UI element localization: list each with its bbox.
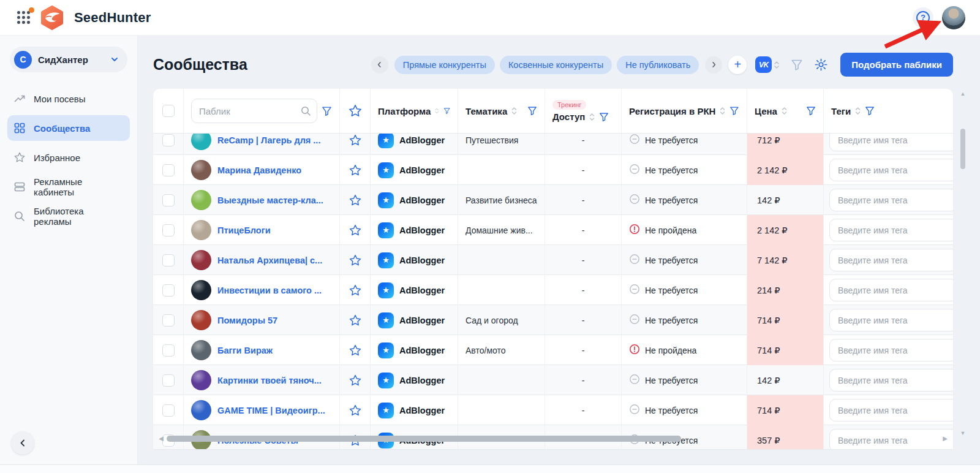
sort-icon[interactable] xyxy=(435,106,439,116)
row-checkbox[interactable] xyxy=(162,404,175,417)
column-topic[interactable]: Тематика xyxy=(458,89,545,133)
filter-icon[interactable] xyxy=(729,106,739,116)
favorite-star-icon[interactable] xyxy=(340,134,371,155)
tag-input[interactable] xyxy=(829,399,953,422)
rkn-status-label: Не требуется xyxy=(645,165,698,175)
filter-icon[interactable] xyxy=(806,106,816,116)
vk-icon: VK xyxy=(755,56,772,73)
filter-icon[interactable] xyxy=(527,106,537,116)
sidebar-item-search[interactable]: Библиотека рекламы xyxy=(7,203,130,229)
tag-input[interactable] xyxy=(829,249,953,271)
favorite-star-icon[interactable] xyxy=(340,335,371,365)
tag-input[interactable] xyxy=(829,219,953,241)
segment-chip[interactable]: Не публиковать xyxy=(617,56,699,74)
row-checkbox[interactable] xyxy=(162,254,175,267)
column-platform[interactable]: Платформа xyxy=(371,89,458,133)
sidebar-item-cabinets[interactable]: Рекламные кабинеты xyxy=(7,174,130,200)
filter-icon[interactable] xyxy=(322,106,332,116)
segment-chip[interactable]: Прямые конкуренты xyxy=(394,56,495,74)
row-checkbox[interactable] xyxy=(162,314,175,327)
community-name-link[interactable]: ПтицеБлоги xyxy=(217,225,271,235)
row-checkbox[interactable] xyxy=(162,224,175,236)
sort-icon[interactable] xyxy=(511,106,517,116)
community-name-link[interactable]: Наталья Архипцева| с... xyxy=(217,255,322,265)
tag-input[interactable] xyxy=(829,339,953,361)
row-checkbox[interactable] xyxy=(162,374,175,387)
community-name-link[interactable]: ReCamp | Лагерь для ... xyxy=(217,135,320,145)
column-rkn[interactable]: Регистрация в РКН xyxy=(622,89,747,133)
favorite-star-icon[interactable] xyxy=(340,155,371,185)
column-label: Платформа xyxy=(378,106,431,116)
scroll-right-icon[interactable]: ▶ xyxy=(941,436,949,442)
favorite-star-icon[interactable] xyxy=(340,215,371,245)
minus-circle-icon xyxy=(629,194,640,205)
sort-icon[interactable] xyxy=(720,106,725,116)
segments-scroll-right-button[interactable] xyxy=(705,56,722,74)
minus-circle-icon xyxy=(629,374,640,385)
community-name-link[interactable]: Помидоры 57 xyxy=(217,316,277,325)
pick-publics-button[interactable]: Подобрать паблики xyxy=(840,53,953,77)
sort-icon[interactable] xyxy=(855,106,861,116)
community-name-link[interactable]: Инвестиции в самого ... xyxy=(217,286,322,295)
favorite-star-icon[interactable] xyxy=(340,395,371,425)
tag-input[interactable] xyxy=(829,309,953,331)
platform-sort-control[interactable]: VK xyxy=(755,56,780,73)
filter-icon[interactable] xyxy=(599,112,609,122)
user-avatar[interactable] xyxy=(942,6,965,29)
community-name-link[interactable]: Выездные мастер-кла... xyxy=(217,195,323,205)
add-segment-button[interactable]: + xyxy=(728,56,747,74)
sidebar-item-trend[interactable]: Мои посевы xyxy=(7,86,130,112)
sort-icon[interactable] xyxy=(782,106,787,116)
scroll-down-icon[interactable]: ▼ xyxy=(960,430,966,436)
scroll-left-icon[interactable]: ◀ xyxy=(157,436,165,442)
top-bar: SeedHunter ? xyxy=(0,0,980,36)
vertical-scrollbar-thumb[interactable] xyxy=(960,129,965,169)
tag-input[interactable] xyxy=(829,279,953,301)
favorite-star-icon[interactable] xyxy=(340,275,371,305)
workspace-selector[interactable]: С СидХантер xyxy=(10,47,127,72)
community-name-link[interactable]: Марина Давиденко xyxy=(217,165,301,175)
favorite-star-icon[interactable] xyxy=(340,245,371,275)
row-checkbox[interactable] xyxy=(162,194,175,206)
community-name-link[interactable]: Багги Вираж xyxy=(217,346,273,355)
column-price[interactable]: Цена xyxy=(747,89,824,133)
tag-input[interactable] xyxy=(829,134,953,151)
filter-icon[interactable] xyxy=(443,106,450,116)
row-checkbox[interactable] xyxy=(162,164,175,176)
sort-icon[interactable] xyxy=(589,112,595,122)
filter-icon[interactable] xyxy=(865,106,875,116)
favorite-star-icon[interactable] xyxy=(340,365,371,395)
column-tags[interactable]: Теги xyxy=(824,89,953,133)
tag-input[interactable] xyxy=(829,369,953,392)
sidebar-item-star[interactable]: Избранное xyxy=(7,145,130,170)
column-access[interactable]: Трекинг Доступ xyxy=(545,89,622,133)
vertical-scrollbar[interactable]: ▲ ▼ xyxy=(960,91,966,436)
scroll-up-icon[interactable]: ▲ xyxy=(960,91,966,97)
minus-circle-icon xyxy=(629,404,640,415)
filter-icon[interactable] xyxy=(791,59,803,71)
horizontal-scrollbar-thumb[interactable] xyxy=(167,436,681,442)
tag-input[interactable] xyxy=(829,159,953,181)
sidebar-item-grid[interactable]: Сообщества xyxy=(7,115,130,141)
community-name-link[interactable]: Картинки твоей тяноч... xyxy=(217,376,322,385)
apps-grid-icon[interactable] xyxy=(17,11,30,24)
select-all-checkbox[interactable] xyxy=(162,105,175,117)
public-search-input[interactable] xyxy=(191,99,317,123)
row-checkbox[interactable] xyxy=(162,134,175,146)
column-label: Теги xyxy=(831,106,851,116)
segment-chip[interactable]: Косвенные конкуренты xyxy=(500,56,612,74)
row-checkbox[interactable] xyxy=(162,284,175,297)
row-checkbox[interactable] xyxy=(162,344,175,357)
column-label: Цена xyxy=(755,106,777,116)
tag-input[interactable] xyxy=(829,189,953,211)
settings-gear-icon[interactable] xyxy=(814,58,828,72)
favorite-star-icon[interactable] xyxy=(348,104,363,118)
segments-scroll-left-button[interactable] xyxy=(371,56,388,74)
rkn-status-cell: Не требуется xyxy=(622,185,747,215)
favorite-star-icon[interactable] xyxy=(340,185,371,215)
favorite-star-icon[interactable] xyxy=(340,305,371,335)
horizontal-scrollbar[interactable]: ◀ ▶ xyxy=(157,435,949,442)
help-button[interactable]: ? xyxy=(913,7,933,28)
collapse-sidebar-button[interactable] xyxy=(11,431,34,455)
community-name-link[interactable]: GAME TIME | Видеоигр... xyxy=(217,406,325,415)
